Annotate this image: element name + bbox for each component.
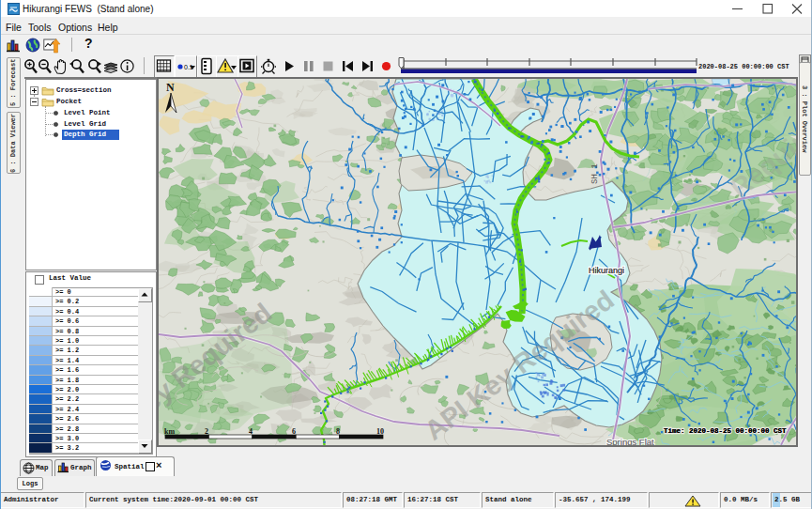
svg-text:10: 10 (376, 427, 384, 436)
svg-text:Time: 2020-08-25 00:00:00 CST: Time: 2020-08-25 00:00:00 CST (664, 427, 787, 435)
svg-text:km: km (164, 427, 175, 436)
svg-text:Springs Flat: Springs Flat (606, 437, 654, 447)
svg-text:6: 6 (292, 427, 296, 436)
svg-text:2: 2 (205, 427, 208, 436)
svg-text:8: 8 (336, 427, 340, 436)
svg-text:4: 4 (249, 427, 253, 436)
svg-text:Hikurangi: Hikurangi (589, 266, 624, 275)
svg-text:N: N (166, 81, 175, 94)
svg-text:SH 1: SH 1 (590, 163, 600, 184)
